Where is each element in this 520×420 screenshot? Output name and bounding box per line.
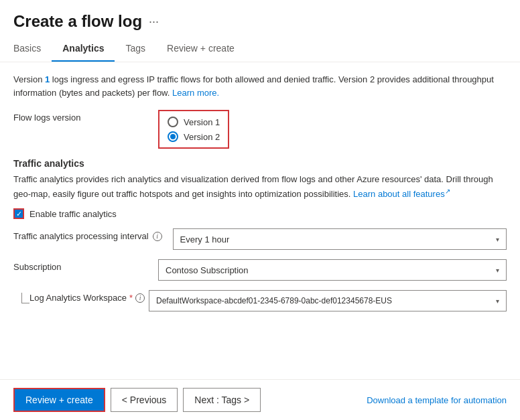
subscription-value: Contoso Subscription — [166, 265, 249, 275]
workspace-required-star: * — [129, 293, 133, 303]
interval-chevron-icon: ▾ — [496, 236, 499, 243]
version-desc-prefix: Version — [13, 74, 45, 84]
external-link-icon: ↗ — [445, 188, 450, 195]
ellipsis-menu-icon[interactable]: ··· — [149, 15, 159, 29]
workspace-chevron-icon: ▾ — [496, 297, 499, 305]
enable-analytics-label: Enable traffic analytics — [29, 209, 117, 219]
subscription-chevron-icon: ▾ — [496, 267, 499, 274]
interval-dropdown[interactable]: Every 1 hour ▾ — [173, 228, 507, 250]
workspace-info-icon[interactable]: i — [135, 293, 145, 303]
review-create-button[interactable]: Review + create — [13, 388, 105, 412]
interval-info-icon[interactable]: i — [153, 232, 162, 241]
workspace-label: Log Analytics Workspace * i — [29, 293, 149, 303]
enable-analytics-checkbox[interactable]: ✓ — [13, 208, 24, 219]
subscription-dropdown-area: Contoso Subscription ▾ — [158, 259, 507, 281]
tabs-bar: Basics Analytics Tags Review + create — [0, 38, 520, 62]
learn-more-link[interactable]: Learn more. — [172, 88, 219, 98]
tab-basics[interactable]: Basics — [13, 38, 52, 62]
version-radio-box: Version 1 Version 2 — [158, 110, 229, 149]
interval-label: Traffic analytics processing interval i — [13, 228, 162, 241]
version2-label: Version 2 — [184, 132, 220, 142]
tab-review-create[interactable]: Review + create — [156, 38, 245, 62]
workspace-dropdown-area: DefaultWorkspace-abcdef01-2345-6789-0abc… — [149, 290, 507, 311]
next-tags-button[interactable]: Next : Tags > — [183, 388, 261, 412]
workspace-label-container: Log Analytics Workspace * i — [13, 290, 149, 303]
version1-label: Version 1 — [184, 117, 220, 127]
traffic-analytics-desc: Traffic analytics provides rich analytic… — [13, 173, 507, 200]
subscription-dropdown[interactable]: Contoso Subscription ▾ — [158, 259, 507, 281]
flow-logs-version-label: Flow logs version — [13, 110, 147, 123]
tab-analytics[interactable]: Analytics — [52, 38, 115, 62]
previous-button[interactable]: < Previous — [111, 388, 178, 412]
interval-dropdown-area: Every 1 hour ▾ — [173, 228, 507, 250]
indent-horizontal-line — [21, 303, 29, 303]
indent-connector — [13, 293, 29, 303]
page-title: Create a flow log — [13, 12, 142, 31]
interval-row: Traffic analytics processing interval i … — [13, 228, 507, 250]
flow-logs-version-row: Flow logs version Version 1 Version 2 — [13, 110, 507, 149]
workspace-value: DefaultWorkspace-abcdef01-2345-6789-0abc… — [156, 296, 392, 305]
content-area: Version 1 logs ingress and egress IP tra… — [0, 62, 520, 379]
version1-radio[interactable] — [168, 117, 178, 127]
subscription-label: Subscription — [13, 259, 147, 272]
tab-tags[interactable]: Tags — [115, 38, 156, 62]
indent-vertical-line — [21, 293, 22, 303]
workspace-row: Log Analytics Workspace * i DefaultWorks… — [13, 290, 507, 311]
workspace-dropdown[interactable]: DefaultWorkspace-abcdef01-2345-6789-0abc… — [149, 290, 507, 311]
learn-features-link[interactable]: Learn about all features↗ — [353, 189, 450, 199]
subscription-row: Subscription Contoso Subscription ▾ — [13, 259, 507, 281]
interval-value: Every 1 hour — [180, 234, 230, 244]
version-description: Version 1 logs ingress and egress IP tra… — [13, 73, 507, 99]
traffic-analytics-title: Traffic analytics — [13, 158, 507, 169]
download-template-link[interactable]: Download a template for automation — [367, 395, 507, 405]
version-desc-suffix: logs ingress and egress IP traffic flows… — [13, 74, 494, 98]
footer-bar: Review + create < Previous Next : Tags >… — [0, 379, 520, 420]
page-header: Create a flow log ··· — [0, 0, 520, 38]
version2-option[interactable]: Version 2 — [168, 131, 220, 142]
version1-option[interactable]: Version 1 — [168, 117, 220, 127]
checkmark-icon: ✓ — [16, 210, 22, 218]
version-radio-group-area: Version 1 Version 2 — [158, 110, 507, 149]
enable-traffic-analytics-row[interactable]: ✓ Enable traffic analytics — [13, 208, 507, 219]
version2-radio[interactable] — [168, 131, 178, 142]
